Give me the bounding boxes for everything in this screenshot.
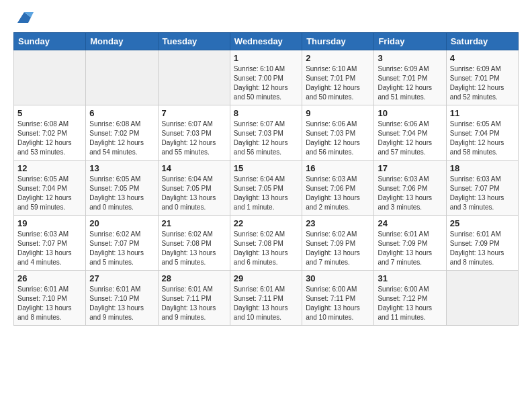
- day-number: 1: [234, 53, 298, 63]
- calendar-cell: 10Sunrise: 6:06 AM Sunset: 7:04 PM Dayli…: [374, 105, 446, 161]
- calendar-cell: [14, 50, 86, 105]
- day-info: Sunrise: 6:04 AM Sunset: 7:05 PM Dayligh…: [234, 175, 298, 212]
- weekday-header-sunday: Sunday: [14, 33, 86, 50]
- calendar-cell: 27Sunrise: 6:01 AM Sunset: 7:10 PM Dayli…: [86, 271, 158, 326]
- calendar-cell: 6Sunrise: 6:08 AM Sunset: 7:02 PM Daylig…: [86, 105, 158, 161]
- calendar-cell: 3Sunrise: 6:09 AM Sunset: 7:01 PM Daylig…: [374, 50, 446, 105]
- calendar-week-row: 12Sunrise: 6:05 AM Sunset: 7:04 PM Dayli…: [14, 161, 519, 216]
- day-info: Sunrise: 6:07 AM Sunset: 7:03 PM Dayligh…: [162, 120, 226, 157]
- calendar-week-row: 26Sunrise: 6:01 AM Sunset: 7:10 PM Dayli…: [14, 271, 519, 326]
- day-number: 26: [17, 273, 82, 283]
- day-number: 13: [89, 163, 154, 173]
- weekday-header-wednesday: Wednesday: [230, 33, 302, 50]
- day-info: Sunrise: 6:02 AM Sunset: 7:07 PM Dayligh…: [89, 230, 154, 267]
- day-number: 28: [162, 273, 226, 283]
- calendar-cell: 9Sunrise: 6:06 AM Sunset: 7:03 PM Daylig…: [302, 105, 374, 161]
- day-info: Sunrise: 6:05 AM Sunset: 7:04 PM Dayligh…: [450, 120, 515, 157]
- calendar-cell: 16Sunrise: 6:03 AM Sunset: 7:06 PM Dayli…: [302, 161, 374, 216]
- day-number: 16: [306, 163, 370, 173]
- day-info: Sunrise: 6:05 AM Sunset: 7:04 PM Dayligh…: [17, 175, 82, 212]
- day-number: 5: [17, 108, 82, 118]
- day-info: Sunrise: 6:01 AM Sunset: 7:09 PM Dayligh…: [450, 230, 515, 267]
- day-info: Sunrise: 6:09 AM Sunset: 7:01 PM Dayligh…: [450, 64, 515, 102]
- day-info: Sunrise: 6:02 AM Sunset: 7:08 PM Dayligh…: [162, 230, 226, 267]
- header: [13, 11, 519, 27]
- day-info: Sunrise: 6:05 AM Sunset: 7:05 PM Dayligh…: [89, 175, 154, 212]
- day-info: Sunrise: 6:08 AM Sunset: 7:02 PM Dayligh…: [17, 120, 82, 157]
- weekday-header-thursday: Thursday: [302, 33, 374, 50]
- calendar-cell: 18Sunrise: 6:03 AM Sunset: 7:07 PM Dayli…: [446, 161, 518, 216]
- day-number: 30: [306, 273, 370, 283]
- day-number: 24: [378, 218, 442, 228]
- day-number: 14: [162, 163, 226, 173]
- calendar-week-row: 5Sunrise: 6:08 AM Sunset: 7:02 PM Daylig…: [14, 105, 519, 161]
- day-info: Sunrise: 6:03 AM Sunset: 7:06 PM Dayligh…: [306, 175, 370, 212]
- weekday-header-monday: Monday: [86, 33, 158, 50]
- day-number: 6: [89, 108, 154, 118]
- calendar-cell: 13Sunrise: 6:05 AM Sunset: 7:05 PM Dayli…: [86, 161, 158, 216]
- day-info: Sunrise: 6:01 AM Sunset: 7:11 PM Dayligh…: [162, 285, 226, 322]
- day-number: 7: [162, 108, 226, 118]
- day-info: Sunrise: 6:03 AM Sunset: 7:07 PM Dayligh…: [17, 230, 82, 267]
- calendar-cell: 4Sunrise: 6:09 AM Sunset: 7:01 PM Daylig…: [446, 50, 518, 105]
- day-number: 11: [450, 108, 515, 118]
- calendar-week-row: 1Sunrise: 6:10 AM Sunset: 7:00 PM Daylig…: [14, 50, 519, 105]
- day-info: Sunrise: 6:00 AM Sunset: 7:11 PM Dayligh…: [306, 285, 370, 322]
- calendar-cell: 20Sunrise: 6:02 AM Sunset: 7:07 PM Dayli…: [86, 216, 158, 271]
- day-info: Sunrise: 6:09 AM Sunset: 7:01 PM Dayligh…: [378, 64, 442, 102]
- day-number: 29: [234, 273, 298, 283]
- logo: [13, 11, 34, 27]
- calendar-cell: 2Sunrise: 6:10 AM Sunset: 7:01 PM Daylig…: [302, 50, 374, 105]
- day-info: Sunrise: 6:03 AM Sunset: 7:06 PM Dayligh…: [378, 175, 442, 212]
- calendar-cell: 12Sunrise: 6:05 AM Sunset: 7:04 PM Dayli…: [14, 161, 86, 216]
- day-number: 20: [89, 218, 154, 228]
- day-number: 15: [234, 163, 298, 173]
- calendar-cell: 24Sunrise: 6:01 AM Sunset: 7:09 PM Dayli…: [374, 216, 446, 271]
- day-number: 25: [450, 218, 515, 228]
- calendar-cell: 5Sunrise: 6:08 AM Sunset: 7:02 PM Daylig…: [14, 105, 86, 161]
- day-info: Sunrise: 6:01 AM Sunset: 7:10 PM Dayligh…: [89, 285, 154, 322]
- calendar-cell: 31Sunrise: 6:00 AM Sunset: 7:12 PM Dayli…: [374, 271, 446, 326]
- calendar-table: SundayMondayTuesdayWednesdayThursdayFrid…: [13, 32, 519, 326]
- day-info: Sunrise: 6:01 AM Sunset: 7:10 PM Dayligh…: [17, 285, 82, 322]
- day-info: Sunrise: 6:10 AM Sunset: 7:01 PM Dayligh…: [306, 64, 370, 102]
- calendar-cell: 21Sunrise: 6:02 AM Sunset: 7:08 PM Dayli…: [158, 216, 230, 271]
- day-number: 12: [17, 163, 82, 173]
- day-number: 2: [306, 53, 370, 63]
- day-number: 3: [378, 53, 442, 63]
- calendar-cell: 17Sunrise: 6:03 AM Sunset: 7:06 PM Dayli…: [374, 161, 446, 216]
- calendar-cell: 15Sunrise: 6:04 AM Sunset: 7:05 PM Dayli…: [230, 161, 302, 216]
- calendar-cell: 30Sunrise: 6:00 AM Sunset: 7:11 PM Dayli…: [302, 271, 374, 326]
- calendar-cell: [86, 50, 158, 105]
- calendar-cell: 7Sunrise: 6:07 AM Sunset: 7:03 PM Daylig…: [158, 105, 230, 161]
- day-number: 19: [17, 218, 82, 228]
- calendar-cell: 29Sunrise: 6:01 AM Sunset: 7:11 PM Dayli…: [230, 271, 302, 326]
- day-number: 10: [378, 108, 442, 118]
- day-info: Sunrise: 6:01 AM Sunset: 7:09 PM Dayligh…: [378, 230, 442, 267]
- day-info: Sunrise: 6:02 AM Sunset: 7:09 PM Dayligh…: [306, 230, 370, 267]
- day-info: Sunrise: 6:10 AM Sunset: 7:00 PM Dayligh…: [234, 64, 298, 102]
- day-info: Sunrise: 6:08 AM Sunset: 7:02 PM Dayligh…: [89, 120, 154, 157]
- calendar-cell: [158, 50, 230, 105]
- calendar-cell: 22Sunrise: 6:02 AM Sunset: 7:08 PM Dayli…: [230, 216, 302, 271]
- weekday-header-row: SundayMondayTuesdayWednesdayThursdayFrid…: [14, 33, 519, 50]
- day-number: 22: [234, 218, 298, 228]
- day-number: 9: [306, 108, 370, 118]
- calendar-cell: 19Sunrise: 6:03 AM Sunset: 7:07 PM Dayli…: [14, 216, 86, 271]
- page: SundayMondayTuesdayWednesdayThursdayFrid…: [0, 0, 532, 411]
- day-info: Sunrise: 6:01 AM Sunset: 7:11 PM Dayligh…: [234, 285, 298, 322]
- calendar-cell: [446, 271, 518, 326]
- day-number: 4: [450, 53, 515, 63]
- day-number: 18: [450, 163, 515, 173]
- calendar-cell: 11Sunrise: 6:05 AM Sunset: 7:04 PM Dayli…: [446, 105, 518, 161]
- weekday-header-friday: Friday: [374, 33, 446, 50]
- day-number: 23: [306, 218, 370, 228]
- calendar-cell: 14Sunrise: 6:04 AM Sunset: 7:05 PM Dayli…: [158, 161, 230, 216]
- day-info: Sunrise: 6:04 AM Sunset: 7:05 PM Dayligh…: [162, 175, 226, 212]
- calendar-cell: 28Sunrise: 6:01 AM Sunset: 7:11 PM Dayli…: [158, 271, 230, 326]
- day-info: Sunrise: 6:06 AM Sunset: 7:03 PM Dayligh…: [306, 120, 370, 157]
- calendar-cell: 26Sunrise: 6:01 AM Sunset: 7:10 PM Dayli…: [14, 271, 86, 326]
- day-info: Sunrise: 6:07 AM Sunset: 7:03 PM Dayligh…: [234, 120, 298, 157]
- calendar-week-row: 19Sunrise: 6:03 AM Sunset: 7:07 PM Dayli…: [14, 216, 519, 271]
- calendar-cell: 8Sunrise: 6:07 AM Sunset: 7:03 PM Daylig…: [230, 105, 302, 161]
